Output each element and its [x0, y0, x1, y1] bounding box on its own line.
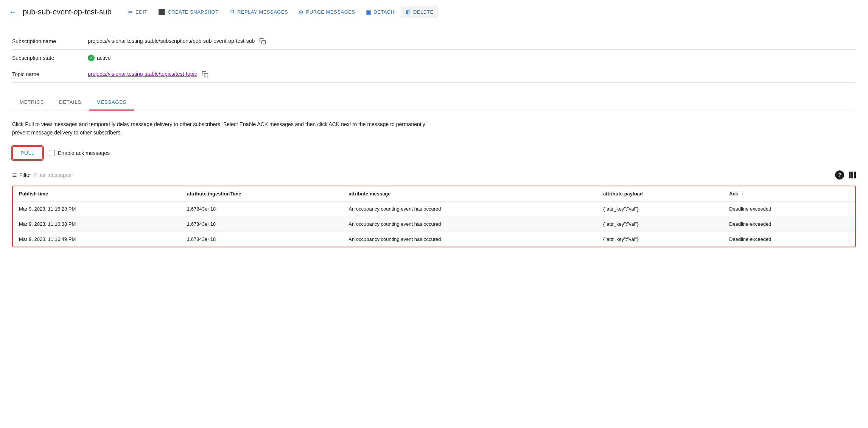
filter-actions: ? — [835, 170, 856, 180]
sort-icon: ↑ — [741, 191, 744, 197]
subscription-state-value: ✓ active — [88, 50, 856, 66]
cell-publish-time-1: Mar 9, 2023, 11:16:28 PM — [13, 201, 181, 216]
svg-rect-1 — [204, 73, 208, 77]
page-title: pub-sub-event-op-test-sub — [23, 8, 112, 16]
replay-icon: ⏱ — [229, 9, 235, 15]
info-table: Subscription name projects/visionai-test… — [12, 33, 856, 83]
topic-link[interactable]: projects/visionai-testing-stable/topics/… — [88, 71, 197, 77]
delete-button[interactable]: 🗑 DELETE — [401, 6, 438, 18]
col-payload: attribute.payload — [597, 186, 723, 202]
subscription-state-row: Subscription state ✓ active — [12, 50, 856, 66]
col-publish-time: Publish time — [13, 186, 181, 202]
subscription-state-label: Subscription state — [12, 50, 88, 66]
pull-section: PULL Enable ack messages — [12, 146, 856, 160]
tab-metrics[interactable]: METRICS — [12, 95, 51, 111]
cell-ack-3: Deadline exceeded — [723, 231, 855, 247]
messages-tab-content: Click Pull to view messages and temporar… — [12, 120, 856, 247]
tab-messages[interactable]: MESSAGES — [89, 95, 134, 111]
help-icon[interactable]: ? — [835, 170, 844, 180]
cell-message-1: An occupancy counting event has occured — [342, 201, 597, 216]
table-row: Mar 9, 2023, 11:16:49 PM 1.67843e+18 An … — [13, 231, 855, 247]
col-ingestion-time: attribute.ingestionTime — [181, 186, 342, 202]
cell-message-2: An occupancy counting event has occured — [342, 216, 597, 231]
cell-ack-2: Deadline exceeded — [723, 216, 855, 231]
toolbar: ✏ EDIT ⬛ CREATE SNAPSHOT ⏱ REPLAY MESSAG… — [124, 6, 859, 19]
filter-bar: ☰ Filter Filter messages ? — [12, 167, 856, 183]
description-text: Click Pull to view messages and temporar… — [12, 120, 428, 137]
status-dot-icon: ✓ — [88, 55, 95, 61]
table-row: Mar 9, 2023, 11:16:38 PM 1.67843e+18 An … — [13, 216, 855, 231]
svg-rect-0 — [262, 41, 266, 44]
purge-icon: ⊖ — [299, 9, 304, 16]
topic-name-value: projects/visionai-testing-stable/topics/… — [88, 66, 856, 82]
cell-payload-2: {"attr_key":"val"} — [597, 216, 723, 231]
tab-details[interactable]: DETAILS — [51, 95, 89, 111]
data-table-wrapper: Publish time attribute.ingestionTime att… — [12, 186, 856, 247]
create-snapshot-button[interactable]: ⬛ CREATE SNAPSHOT — [154, 6, 223, 19]
table-header: Publish time attribute.ingestionTime att… — [13, 186, 855, 202]
col-message: attribute.message — [342, 186, 597, 202]
columns-icon[interactable] — [849, 172, 856, 178]
pull-button[interactable]: PULL — [12, 146, 43, 160]
edit-icon: ✏ — [128, 9, 134, 16]
filter-icon: ☰ — [12, 172, 17, 178]
cell-ingestion-time-2: 1.67843e+18 — [181, 216, 342, 231]
detach-button[interactable]: ▣ DETACH — [361, 6, 399, 19]
back-arrow-icon: ← — [9, 8, 17, 16]
back-button[interactable]: ← — [9, 8, 17, 16]
purge-messages-button[interactable]: ⊖ PURGE MESSAGES — [294, 6, 359, 19]
tabs: METRICS DETAILS MESSAGES — [12, 95, 856, 111]
cell-payload-1: {"attr_key":"val"} — [597, 201, 723, 216]
subscription-name-value: projects/visionai-testing-stable/subscri… — [88, 33, 856, 50]
copy-subscription-name-icon[interactable] — [259, 38, 266, 45]
detach-icon: ▣ — [366, 9, 372, 16]
col-ack[interactable]: Ack ↑ — [723, 186, 855, 202]
filter-placeholder: Filter messages — [34, 172, 72, 178]
table-row: Mar 9, 2023, 11:16:28 PM 1.67843e+18 An … — [13, 201, 855, 216]
header: ← pub-sub-event-op-test-sub ✏ EDIT ⬛ CRE… — [0, 0, 868, 24]
replay-messages-button[interactable]: ⏱ REPLAY MESSAGES — [225, 6, 293, 18]
delete-icon: 🗑 — [405, 9, 411, 15]
cell-message-3: An occupancy counting event has occured — [342, 231, 597, 247]
edit-button[interactable]: ✏ EDIT — [124, 6, 152, 19]
subscription-name-row: Subscription name projects/visionai-test… — [12, 33, 856, 50]
main-content: Subscription name projects/visionai-test… — [0, 24, 868, 256]
snapshot-icon: ⬛ — [158, 9, 166, 16]
subscription-name-label: Subscription name — [12, 33, 88, 50]
status-active: ✓ active — [88, 55, 111, 61]
cell-ingestion-time-3: 1.67843e+18 — [181, 231, 342, 247]
data-table: Publish time attribute.ingestionTime att… — [13, 186, 855, 247]
filter-button[interactable]: ☰ Filter — [12, 172, 31, 178]
cell-payload-3: {"attr_key":"val"} — [597, 231, 723, 247]
topic-name-row: Topic name projects/visionai-testing-sta… — [12, 66, 856, 82]
enable-ack-label[interactable]: Enable ack messages — [49, 150, 110, 156]
enable-ack-checkbox[interactable] — [49, 150, 55, 156]
copy-topic-name-icon[interactable] — [202, 71, 208, 78]
table-body: Mar 9, 2023, 11:16:28 PM 1.67843e+18 An … — [13, 201, 855, 247]
cell-ingestion-time-1: 1.67843e+18 — [181, 201, 342, 216]
cell-publish-time-3: Mar 9, 2023, 11:16:49 PM — [13, 231, 181, 247]
cell-ack-1: Deadline exceeded — [723, 201, 855, 216]
cell-publish-time-2: Mar 9, 2023, 11:16:38 PM — [13, 216, 181, 231]
topic-name-label: Topic name — [12, 66, 88, 82]
